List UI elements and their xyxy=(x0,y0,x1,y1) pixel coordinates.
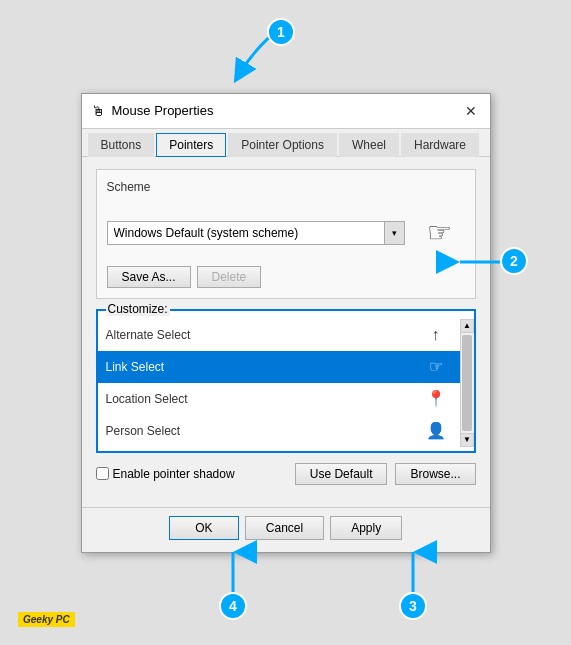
title-bar-left: 🖱 Mouse Properties xyxy=(90,103,214,119)
cancel-button[interactable]: Cancel xyxy=(245,516,324,540)
scheme-group: Scheme Windows Default (system scheme) ▾… xyxy=(96,169,476,299)
close-button[interactable]: ✕ xyxy=(460,100,482,122)
enable-shadow-checkbox[interactable] xyxy=(96,467,109,480)
scheme-buttons: Save As... Delete xyxy=(107,266,465,288)
annotation-circle-1: 1 xyxy=(267,18,295,46)
tab-pointer-options[interactable]: Pointer Options xyxy=(228,133,337,157)
annotation-1: 1 xyxy=(225,18,305,91)
ok-button[interactable]: OK xyxy=(169,516,239,540)
cursor-item-name: Alternate Select xyxy=(106,328,420,342)
apply-button[interactable]: Apply xyxy=(330,516,402,540)
title-bar: 🖱 Mouse Properties ✕ xyxy=(82,94,490,129)
dialog-body: Scheme Windows Default (system scheme) ▾… xyxy=(82,157,490,507)
scroll-down-arrow[interactable]: ▼ xyxy=(460,433,474,447)
cursor-item-icon-0: ↑ xyxy=(420,323,452,347)
dialog-title: Mouse Properties xyxy=(112,103,214,118)
scheme-select-wrap: Windows Default (system scheme) ▾ xyxy=(107,221,405,245)
annotation-circle-3: 3 xyxy=(399,592,427,620)
cursor-item-person-select[interactable]: Person Select 👤 xyxy=(98,415,460,447)
checkbox-wrap: Enable pointer shadow xyxy=(96,467,287,481)
tab-pointers[interactable]: Pointers xyxy=(156,133,226,157)
scheme-preview-icon: ☞ xyxy=(415,208,465,258)
mouse-properties-dialog: 🖱 Mouse Properties ✕ Buttons Pointers Po… xyxy=(81,93,491,553)
cursor-item-alternate-select[interactable]: Alternate Select ↑ xyxy=(98,319,460,351)
scroll-up-arrow[interactable]: ▲ xyxy=(460,319,474,333)
customize-group: Customize: Alternate Select ↑ Link Selec… xyxy=(96,309,476,453)
enable-shadow-label: Enable pointer shadow xyxy=(113,467,235,481)
scheme-label: Scheme xyxy=(107,180,465,194)
cursor-list: Alternate Select ↑ Link Select ☞ Locatio… xyxy=(98,319,460,447)
mouse-icon: 🖱 xyxy=(90,103,106,119)
cursor-item-name: Person Select xyxy=(106,424,420,438)
cursor-item-location-select[interactable]: Location Select 📍 xyxy=(98,383,460,415)
delete-button[interactable]: Delete xyxy=(197,266,262,288)
cursor-item-icon-1: ☞ xyxy=(420,355,452,379)
tab-buttons[interactable]: Buttons xyxy=(88,133,155,157)
browse-button[interactable]: Browse... xyxy=(395,463,475,485)
tab-bar: Buttons Pointers Pointer Options Wheel H… xyxy=(82,129,490,157)
annotation-circle-2: 2 xyxy=(500,247,528,275)
cursor-item-name: Link Select xyxy=(106,360,420,374)
dialog-footer: OK Cancel Apply xyxy=(82,507,490,552)
scheme-select[interactable]: Windows Default (system scheme) xyxy=(107,221,385,245)
scheme-row: Windows Default (system scheme) ▾ ☞ xyxy=(107,208,465,258)
tab-wheel[interactable]: Wheel xyxy=(339,133,399,157)
cursor-item-icon-3: 👤 xyxy=(420,419,452,443)
bottom-controls: Enable pointer shadow Use Default Browse… xyxy=(96,463,476,485)
cursor-item-link-select[interactable]: Link Select ☞ xyxy=(98,351,460,383)
cursor-item-icon-2: 📍 xyxy=(420,387,452,411)
use-default-button[interactable]: Use Default xyxy=(295,463,388,485)
scrollbar[interactable]: ▲ ▼ xyxy=(460,319,474,447)
customize-inner: Alternate Select ↑ Link Select ☞ Locatio… xyxy=(98,319,474,447)
cursor-item-name: Location Select xyxy=(106,392,420,406)
scheme-dropdown-arrow[interactable]: ▾ xyxy=(385,221,405,245)
save-as-button[interactable]: Save As... xyxy=(107,266,191,288)
brand-label: Geeky PC xyxy=(18,612,75,627)
tab-hardware[interactable]: Hardware xyxy=(401,133,479,157)
customize-label: Customize: xyxy=(106,302,170,316)
annotation-circle-4: 4 xyxy=(219,592,247,620)
scroll-thumb[interactable] xyxy=(462,335,472,431)
